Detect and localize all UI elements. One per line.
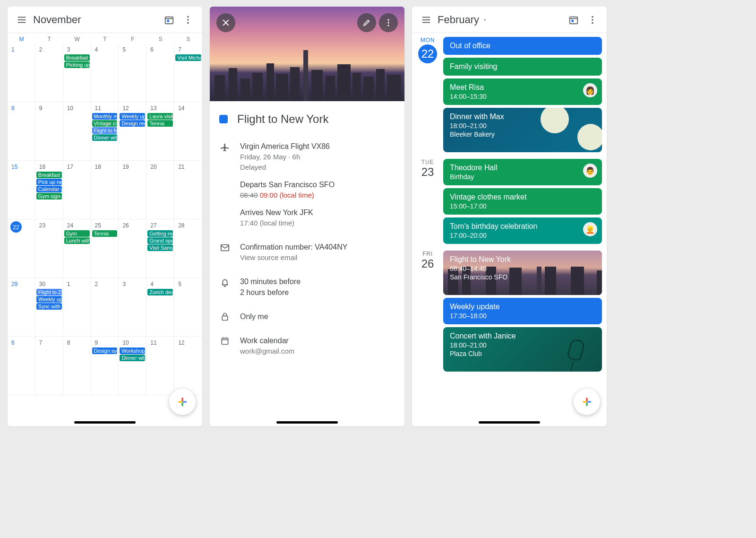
event-chip[interactable]: Workshop [120,347,145,354]
calendar-cell[interactable]: 20 [146,161,174,219]
svg-point-17 [387,25,389,26]
menu-icon[interactable] [417,10,436,29]
calendar-cell[interactable]: 16Breakfast wPick up newCalendar wGym si… [35,161,63,219]
calendar-cell[interactable]: 9Design syn [91,337,119,395]
month-dropdown[interactable]: February [436,14,564,26]
event-chip[interactable]: Laura visitin [147,113,173,120]
departure-label: Departs San Francisco SFO [240,179,395,190]
calendar-cell[interactable]: 1 [63,278,91,337]
event-chip[interactable]: Visit Samue [147,244,173,251]
source-email-link[interactable]: View source email [240,252,395,263]
calendar-cell[interactable]: 12Weekly updDesign revi [119,102,146,161]
menu-icon[interactable] [12,10,31,29]
calendar-cell[interactable]: 27Getting reaGrand openVisit Samue [146,219,174,278]
event-chip[interactable]: Vintage clo [92,120,118,127]
event-chip[interactable]: Gym sign-u [36,193,62,200]
event-card[interactable]: Flight to New York08:40–14:40San Francis… [443,251,602,295]
event-chip[interactable]: Visit Michae [175,54,201,61]
event-chip[interactable]: Sync with t [36,303,62,310]
calendar-cell[interactable]: 8 [8,102,35,161]
calendar-cell[interactable]: 2 [35,43,63,102]
event-chip[interactable]: Zurich desi [147,289,173,295]
month-title[interactable]: November [31,14,160,26]
add-event-fab[interactable] [574,389,600,415]
event-card[interactable]: Family visiting [443,58,602,76]
calendar-cell[interactable]: 10WorkshopDinner with [119,337,146,395]
calendar-cell[interactable]: 9 [35,102,63,161]
calendar-cell[interactable]: 22 [8,219,35,278]
event-card[interactable]: Theodore HallBirthday👨 [443,159,602,185]
event-chip[interactable]: Flight to Zu [36,289,62,295]
event-chip[interactable]: Gym [64,230,90,237]
event-card[interactable]: Concert with Janice18:00–21:00Plaza Club [443,327,602,372]
calendar-cell[interactable]: 28 [174,219,202,278]
calendar-cell[interactable]: 4 [91,43,119,102]
event-chip[interactable]: Dinner with [120,355,145,361]
calendar-cell[interactable]: 6 [8,337,35,395]
today-icon[interactable] [564,10,583,29]
calendar-cell[interactable]: 26 [119,219,146,278]
event-chip[interactable]: Design syn [92,347,118,354]
event-chip[interactable]: Lunch with [64,237,90,244]
calendar-cell[interactable]: 19 [119,161,146,219]
overflow-icon[interactable] [583,10,602,29]
event-chip[interactable]: Design revi [120,120,145,127]
calendar-cell[interactable]: 2 [91,278,119,337]
event-chip[interactable]: Breakfast w [36,172,62,178]
calendar-cell[interactable]: 1 [8,43,35,102]
today-icon[interactable] [160,10,179,29]
calendar-cell[interactable]: 3Breakfast wPicking up [63,43,91,102]
event-card[interactable]: Weekly update17:30–18:00 [443,298,602,324]
calendar-cell[interactable]: 29 [8,278,35,337]
overflow-icon[interactable] [379,13,398,32]
event-chip[interactable]: Dinner with [92,134,118,141]
day-number: 2 [36,44,62,54]
calendar-cell[interactable]: 25Tennis [91,219,119,278]
event-card[interactable]: Meet Risa14:00–15:30👩 [443,78,602,105]
event-chip[interactable]: Weekly upd [36,296,62,303]
event-card-title: Meet Risa [450,83,595,92]
event-chip[interactable]: Getting rea [147,230,173,237]
calendar-cell[interactable]: 8 [63,337,91,395]
event-chip[interactable]: Grand open [147,237,173,244]
calendar-cell[interactable]: 11Monthly meVintage cloFlight to NeDinne… [91,102,119,161]
close-icon[interactable] [216,13,235,32]
event-card[interactable]: Out of office [443,37,602,55]
schedule-day: MON22Out of officeFamily visitingMeet Ri… [417,37,602,152]
calendar-cell[interactable]: 5 [119,43,146,102]
event-chip[interactable]: Flight to Ne [92,127,118,134]
calendar-cell[interactable]: 10 [63,102,91,161]
edit-icon[interactable] [357,13,376,32]
calendar-cell[interactable]: 14 [174,102,202,161]
event-chip[interactable]: Picking up [64,61,90,68]
event-chip[interactable]: Calendar w [36,186,62,192]
calendar-cell[interactable]: 13Laura visitinTennis [146,102,174,161]
weekday-row: MTWTFSS [8,33,202,43]
event-card[interactable]: Vintage clothes market15:00–17:00 [443,188,602,215]
calendar-cell[interactable]: 15 [8,161,35,219]
event-card[interactable]: Tom's birthday celebration17:00–20:00👱 [443,217,602,244]
calendar-cell[interactable]: 5 [174,278,202,337]
calendar-cell[interactable]: 24GymLunch with [63,219,91,278]
calendar-cell[interactable]: 23 [35,219,63,278]
event-chip[interactable]: Monthly me [92,113,118,120]
calendar-cell[interactable]: 17 [63,161,91,219]
calendar-cell[interactable]: 4Zurich desi [146,278,174,337]
calendar-cell[interactable]: 18 [91,161,119,219]
calendar-cell[interactable]: 7Visit Michae [174,43,202,102]
calendar-cell[interactable]: 11 [146,337,174,395]
overflow-icon[interactable] [179,10,198,29]
calendar-cell[interactable]: 7 [35,337,63,395]
event-chip[interactable]: Breakfast w [64,54,90,61]
event-chip[interactable]: Pick up new [36,179,62,185]
calendar-cell[interactable]: 12 [174,337,202,395]
event-card[interactable]: Dinner with Max18:00–21:00Bleeker Bakery [443,108,602,152]
calendar-cell[interactable]: 30Flight to ZuWeekly updSync with t [35,278,63,337]
add-event-fab[interactable] [169,389,196,415]
event-chip[interactable]: Tennis [92,230,118,237]
calendar-cell[interactable]: 3 [119,278,146,337]
event-chip[interactable]: Weekly upd [120,113,145,120]
calendar-cell[interactable]: 6 [146,43,174,102]
event-chip[interactable]: Tennis [147,120,173,127]
calendar-cell[interactable]: 21 [174,161,202,219]
